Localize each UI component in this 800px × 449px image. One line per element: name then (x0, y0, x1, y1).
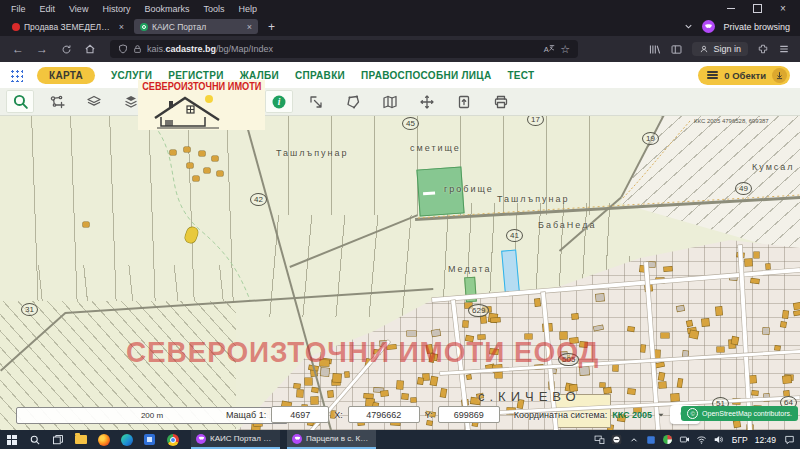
download-arrow-icon[interactable] (772, 68, 787, 83)
sign-in-button[interactable]: Sign in (692, 42, 748, 56)
info-icon[interactable]: i (265, 90, 293, 113)
y-coordinate-input[interactable]: 699869 (438, 406, 500, 423)
teamviewer-icon[interactable] (611, 434, 623, 446)
crs-caret-icon[interactable] (657, 411, 665, 419)
forward-icon[interactable]: → (32, 42, 52, 56)
volume-icon[interactable] (713, 434, 725, 446)
camera-icon[interactable] (679, 434, 691, 446)
nav-карта[interactable]: КАРТА (37, 67, 95, 84)
menu-help[interactable]: Help (231, 4, 264, 14)
menu-view[interactable]: View (62, 4, 95, 14)
bookmark-star-icon[interactable]: ☆ (560, 43, 570, 56)
nav-регистри[interactable]: РЕГИСТРИ (168, 70, 224, 81)
app-grid-icon[interactable] (10, 69, 23, 82)
minimize-button[interactable] (718, 0, 744, 17)
task-view-icon[interactable] (46, 430, 69, 449)
building (491, 317, 500, 322)
list-tabs-chevron-icon[interactable] (683, 21, 694, 32)
pan-corner-icon[interactable] (302, 90, 330, 113)
polygon-select-icon[interactable] (339, 90, 367, 113)
nav-жалби[interactable]: ЖАЛБИ (240, 70, 279, 81)
edge-icon[interactable] (115, 430, 138, 449)
clock[interactable]: 12:49 (755, 435, 776, 445)
tab-kais-portal[interactable]: КАИС Портал × (134, 19, 258, 34)
move-object-icon[interactable] (413, 90, 441, 113)
building (297, 390, 304, 397)
network-icon[interactable] (696, 434, 708, 446)
reload-icon[interactable] (56, 44, 76, 55)
taskbar-window-parceli[interactable]: Парцели в с. Кичево... (287, 430, 376, 449)
taskbar-window-kais[interactable]: КАИС Портал — Mo... (191, 430, 280, 449)
parcel-number-19: 19 (642, 132, 659, 145)
x-label: X: (334, 410, 343, 420)
mail-app-icon[interactable] (138, 430, 161, 449)
map-label-Ташлъпунар: Ташлъпунар (276, 148, 349, 158)
parcel-number-31: 31 (21, 303, 38, 316)
antivirus-icon[interactable] (662, 434, 674, 446)
extension-icon[interactable] (757, 43, 769, 55)
select-features-icon[interactable] (43, 90, 71, 113)
lock-icon[interactable] (133, 44, 142, 54)
taskbar-window-title: Парцели в с. Кичево... (306, 434, 371, 443)
map-sheets-icon[interactable] (376, 90, 404, 113)
app-blue-icon[interactable] (645, 434, 657, 446)
building (534, 299, 540, 306)
objects-button[interactable]: 0 Обекти (698, 66, 790, 85)
close-button[interactable]: × (770, 0, 796, 17)
nav-правоспособни лица[interactable]: ПРАВОСПОСОБНИ ЛИЦА (361, 70, 491, 81)
print-icon[interactable] (487, 90, 515, 113)
tab-prodava-zemedelska[interactable]: Продава ЗЕМЕДЕЛСКА ЗЕМЯ в с × (6, 19, 130, 34)
agency-watermark: СЕВЕРОИЗТОЧНИ ИМОТИ ЕООД (126, 335, 599, 369)
tab-title: Продава ЗЕМЕДЕЛСКА ЗЕМЯ в с (24, 22, 115, 32)
menu-hamburger-icon[interactable] (778, 43, 790, 55)
osm-attribution[interactable]: ©OpenStreetMap contributors. (681, 406, 798, 421)
tab-close-icon[interactable]: × (119, 22, 124, 32)
osm-attribution-text: OpenStreetMap contributors. (702, 410, 792, 417)
kumsal-hatched (610, 115, 800, 255)
field-building (199, 151, 205, 156)
language-indicator[interactable]: БГР (732, 435, 748, 445)
translate-icon[interactable]: A (543, 43, 555, 55)
cadastre-map[interactable]: ТашлъпунарсметищегробищеТашлъпунарБабаНе… (0, 115, 800, 430)
home-icon[interactable] (80, 43, 100, 55)
menu-edit[interactable]: Edit (33, 4, 63, 14)
menu-file[interactable]: File (4, 4, 33, 14)
scale-input[interactable]: 4697 (271, 406, 329, 423)
search-icon[interactable] (6, 90, 34, 113)
building (600, 382, 605, 386)
maximize-button[interactable] (744, 0, 770, 17)
back-icon[interactable]: ← (8, 42, 28, 56)
notification-center-icon[interactable] (783, 434, 795, 446)
building (397, 381, 404, 389)
map-label-гробище: гробище (444, 184, 494, 194)
menu-history[interactable]: History (95, 4, 137, 14)
tab-close-icon[interactable]: × (247, 22, 252, 32)
system-tray: БГР 12:49 (594, 434, 800, 446)
svg-text:A: A (544, 45, 549, 54)
crs-dropdown[interactable]: ККС 2005 (612, 410, 652, 420)
x-coordinate-input[interactable]: 4796662 (348, 406, 420, 423)
building (613, 365, 618, 371)
layers-icon[interactable] (80, 90, 108, 113)
firefox-icon[interactable] (92, 430, 115, 449)
url-field[interactable]: kais.cadastre.bg/bg/Map/Index A ☆ (110, 40, 578, 58)
start-button[interactable] (0, 430, 23, 449)
field-building (217, 171, 223, 176)
nav-справки[interactable]: СПРАВКИ (295, 70, 345, 81)
sidebar-icon[interactable] (670, 43, 683, 56)
tray-expand-icon[interactable] (628, 434, 640, 446)
site-nav: КАРТАУСЛУГИРЕГИСТРИЖАЛБИСПРАВКИПРАВОСПОС… (37, 67, 535, 84)
chrome-icon[interactable] (161, 430, 184, 449)
nav-тест[interactable]: ТЕСТ (507, 70, 534, 81)
menu-tools[interactable]: Tools (196, 4, 231, 14)
building (463, 321, 468, 327)
menu-bookmarks[interactable]: Bookmarks (137, 4, 196, 14)
export-page-icon[interactable] (450, 90, 478, 113)
nav-услуги[interactable]: УСЛУГИ (111, 70, 152, 81)
file-explorer-icon[interactable] (69, 430, 92, 449)
shield-icon[interactable] (118, 44, 128, 54)
taskbar-search-icon[interactable] (23, 430, 46, 449)
library-icon[interactable] (648, 43, 661, 56)
new-tab-button[interactable]: + (260, 20, 283, 34)
devices-icon[interactable] (594, 434, 606, 446)
